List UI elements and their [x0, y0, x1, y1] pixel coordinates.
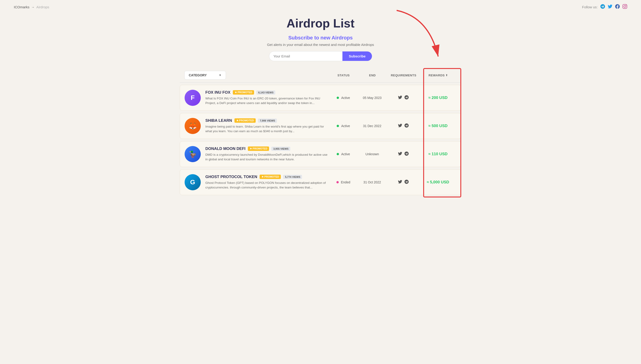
- promoted-badge: ★ PROMOTED: [234, 118, 256, 123]
- sort-icon: ⬆: [446, 74, 448, 77]
- views-badge: 6,143 VIEWS: [256, 90, 275, 94]
- airdrop-reward-value: ≈ 500 USD: [420, 124, 456, 128]
- req-icons: [387, 95, 420, 100]
- airdrop-name: FOX INU FOX: [205, 90, 230, 95]
- table-wrapper: CATEGORY ▼ STATUS END REQUIREMENTS REWAR…: [180, 68, 461, 198]
- status-dot: [337, 153, 339, 155]
- promoted-badge: ★ PROMOTED: [233, 90, 254, 94]
- col-end-header: END: [358, 74, 388, 77]
- breadcrumb: ICOmarks → Airdrops: [14, 5, 49, 9]
- airdrop-description: Imagine being paid to learn. Shiba Learn…: [205, 124, 330, 134]
- airdrop-info: DONALD MOON DEFI ★ PROMOTED 3,955 VIEWS …: [205, 146, 330, 162]
- subscribe-form: Subscribe: [4, 51, 636, 61]
- views-badge: 7,906 VIEWS: [258, 118, 277, 123]
- subscribe-title: Subscribe to new Airdrops: [4, 35, 636, 41]
- airdrop-name-row: SHIBA LEARN ★ PROMOTED 7,906 VIEWS: [205, 118, 330, 123]
- twitter-req-icon: [398, 95, 402, 100]
- airdrop-list: F FOX INU FOX ★ PROMOTED 6,143 VIEWS Wha…: [180, 85, 461, 198]
- req-icons: [387, 180, 420, 185]
- airdrop-end-date: Unknown: [357, 152, 387, 156]
- airdrop-requirements: [387, 95, 420, 100]
- req-icons: [387, 124, 420, 129]
- navigation: ICOmarks → Airdrops Follow us:: [0, 0, 641, 14]
- status-label: Active: [341, 96, 350, 100]
- promoted-badge: ★ PROMOTED: [260, 174, 281, 179]
- instagram-icon[interactable]: [622, 4, 627, 10]
- col-headers: STATUS END REQUIREMENTS REWARDS ⬆: [226, 74, 457, 77]
- status-dot: [337, 125, 339, 127]
- airdrop-name: SHIBA LEARN: [205, 118, 232, 123]
- promoted-badge: ★ PROMOTED: [248, 146, 269, 151]
- status-label: Active: [341, 152, 350, 156]
- page-title: Airdrop List: [4, 16, 636, 30]
- airdrop-row[interactable]: 🦊 SHIBA LEARN ★ PROMOTED 7,906 VIEWS Ima…: [180, 113, 461, 139]
- airdrop-logo: G: [184, 174, 201, 190]
- airdrop-name: GHOST PROTOCOL TOKEN: [205, 174, 257, 179]
- airdrop-status: Active: [330, 96, 357, 100]
- status-dot: [337, 97, 339, 99]
- views-badge: 3,955 VIEWS: [271, 147, 290, 151]
- breadcrumb-current: Airdrops: [36, 5, 50, 9]
- col-rewards-header[interactable]: REWARDS ⬆: [420, 74, 457, 77]
- airdrop-logo: F: [184, 90, 201, 106]
- status-dot: [336, 181, 339, 184]
- airdrop-status: Ended: [330, 180, 357, 184]
- twitter-req-icon: [398, 124, 402, 129]
- airdrop-info: GHOST PROTOCOL TOKEN ★ PROMOTED 5,774 VI…: [205, 174, 330, 190]
- airdrop-cols: Active 31 Dec 2022 ≈ 500 USD: [330, 124, 456, 129]
- airdrop-requirements: [387, 152, 420, 157]
- airdrop-end-date: 31 Oct 2022: [357, 180, 387, 184]
- main-content: CATEGORY ▼ STATUS END REQUIREMENTS REWAR…: [170, 68, 470, 207]
- airdrop-status: Active: [330, 124, 357, 128]
- status-label: Ended: [341, 180, 350, 184]
- airdrop-info: SHIBA LEARN ★ PROMOTED 7,906 VIEWS Imagi…: [205, 118, 330, 134]
- airdrop-reward-value: ≈ 110 USD: [420, 152, 456, 156]
- telegram-req-icon: [404, 180, 409, 185]
- col-requirements-header: REQUIREMENTS: [388, 74, 420, 77]
- hero-section: Airdrop List Subscribe to new Airdrops G…: [0, 14, 641, 68]
- telegram-icon[interactable]: [600, 4, 605, 10]
- airdrop-logo: 🦆: [184, 146, 201, 162]
- airdrop-requirements: [387, 124, 420, 129]
- airdrop-end-date: 31 Dec 2022: [357, 124, 387, 128]
- views-badge: 5,774 VIEWS: [283, 175, 302, 179]
- airdrop-reward-value: ≈ 5,000 USD: [420, 180, 456, 184]
- airdrop-description: DMD is a cryptocurrency launched by Dona…: [205, 152, 330, 162]
- telegram-req-icon: [404, 124, 409, 129]
- col-status-header: STATUS: [330, 74, 358, 77]
- airdrop-reward-value: ≈ 200 USD: [420, 96, 456, 100]
- airdrop-row[interactable]: F FOX INU FOX ★ PROMOTED 6,143 VIEWS Wha…: [180, 85, 461, 111]
- breadcrumb-home[interactable]: ICOmarks: [14, 5, 30, 9]
- email-input[interactable]: [269, 51, 343, 61]
- telegram-req-icon: [404, 95, 409, 100]
- twitter-req-icon: [398, 152, 402, 157]
- airdrop-info: FOX INU FOX ★ PROMOTED 6,143 VIEWS What …: [205, 90, 330, 106]
- airdrop-cols: Active Unknown ≈ 110 USD: [330, 152, 456, 157]
- category-filter[interactable]: CATEGORY ▼: [184, 71, 226, 80]
- breadcrumb-arrow: →: [32, 5, 34, 9]
- airdrop-status: Active: [330, 152, 357, 156]
- divider: [180, 82, 461, 82]
- category-label: CATEGORY: [189, 73, 207, 77]
- airdrop-cols: Ended 31 Oct 2022 ≈ 5,000 USD: [330, 180, 456, 185]
- chevron-down-icon: ▼: [219, 74, 222, 77]
- req-icons: [387, 152, 420, 157]
- airdrop-name-row: DONALD MOON DEFI ★ PROMOTED 3,955 VIEWS: [205, 146, 330, 151]
- airdrop-row[interactable]: 🦆 DONALD MOON DEFI ★ PROMOTED 3,955 VIEW…: [180, 141, 461, 167]
- facebook-icon[interactable]: [615, 4, 620, 10]
- airdrop-row[interactable]: G GHOST PROTOCOL TOKEN ★ PROMOTED 5,774 …: [180, 169, 461, 195]
- airdrop-description: Ghost Protocol Token (GPT) based on POLY…: [205, 180, 330, 190]
- airdrop-requirements: [387, 180, 420, 185]
- status-label: Active: [341, 124, 350, 128]
- social-links: Follow us:: [582, 4, 627, 10]
- follow-label: Follow us:: [582, 5, 598, 9]
- airdrop-name-row: FOX INU FOX ★ PROMOTED 6,143 VIEWS: [205, 90, 330, 95]
- airdrop-name-row: GHOST PROTOCOL TOKEN ★ PROMOTED 5,774 VI…: [205, 174, 330, 179]
- airdrop-logo: 🦊: [184, 118, 201, 134]
- airdrop-end-date: 05 May 2023: [357, 96, 387, 100]
- twitter-req-icon: [398, 180, 402, 185]
- airdrop-cols: Active 05 May 2023 ≈ 200 USD: [330, 95, 456, 100]
- subscribe-subtitle: Get alerts in your email about the newes…: [4, 43, 636, 46]
- subscribe-button[interactable]: Subscribe: [342, 52, 372, 61]
- twitter-icon[interactable]: [608, 4, 612, 10]
